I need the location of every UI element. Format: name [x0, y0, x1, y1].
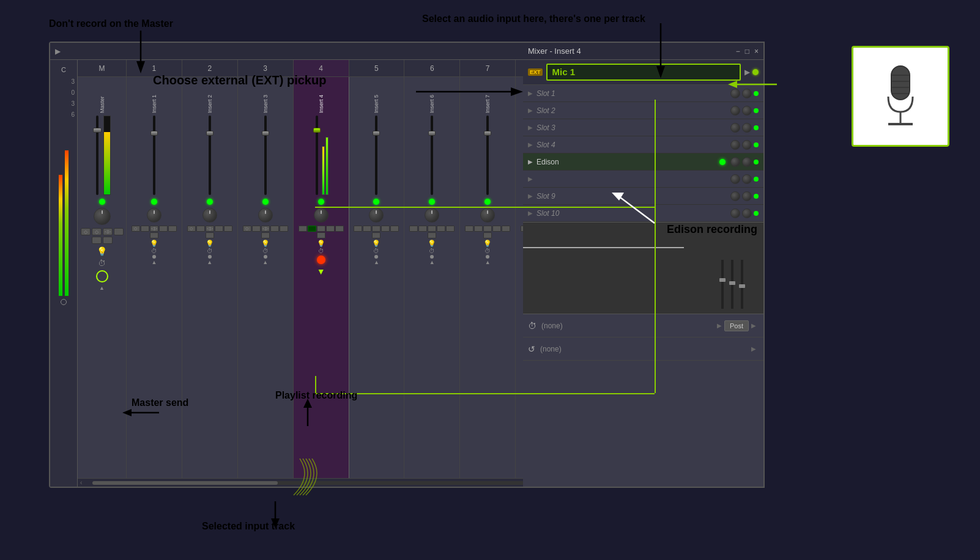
- insert3-btn4[interactable]: [270, 226, 279, 232]
- insert7-btn5[interactable]: [502, 226, 510, 232]
- insert4-btn5[interactable]: [335, 226, 344, 232]
- insert-panel-min[interactable]: −: [736, 47, 740, 56]
- insert7-clock[interactable]: ⏱: [484, 248, 491, 254]
- insert6-btn4[interactable]: [437, 226, 445, 232]
- insert6-btn6[interactable]: [428, 232, 436, 238]
- insert7-knob[interactable]: [480, 208, 495, 223]
- slot2-knob2[interactable]: [742, 106, 752, 116]
- insert5-btn2[interactable]: [363, 226, 371, 232]
- slot9-knob[interactable]: [730, 191, 740, 201]
- insert3-btn5[interactable]: [280, 226, 288, 232]
- slot9-knob2[interactable]: [742, 191, 752, 201]
- insert1-btn5[interactable]: [168, 226, 177, 232]
- insert6-arrow[interactable]: ▲: [429, 259, 435, 265]
- send1-arrow[interactable]: ▶: [717, 322, 722, 329]
- insert1-clock[interactable]: ⏱: [151, 248, 157, 254]
- insert4-fader[interactable]: [313, 128, 321, 133]
- slot-row-2[interactable]: ▶ Slot 2: [523, 102, 763, 119]
- insert6-btn1[interactable]: [409, 226, 418, 232]
- insert3-btn3[interactable]: ◁▷: [261, 226, 270, 232]
- input-arrow-right[interactable]: ▶: [744, 68, 750, 76]
- insert5-btn6[interactable]: [372, 232, 380, 238]
- insert1-btn3[interactable]: ◁▷: [150, 226, 158, 232]
- slot10-knob2[interactable]: [742, 208, 752, 218]
- insert2-btn5[interactable]: [224, 226, 232, 232]
- insert7-btn6[interactable]: [483, 232, 492, 238]
- insert5-btn3[interactable]: [372, 226, 380, 232]
- insert2-arrow[interactable]: ▲: [207, 259, 212, 265]
- input-dropdown[interactable]: Mic 1: [546, 64, 741, 81]
- insert4-bulb[interactable]: 💡: [317, 240, 325, 248]
- insert2-fader[interactable]: [206, 131, 213, 136]
- insert7-bulb[interactable]: 💡: [483, 240, 492, 248]
- insert3-knob[interactable]: [258, 208, 273, 223]
- insert2-btn3[interactable]: ◁▷: [206, 226, 214, 232]
- insert1-fader[interactable]: [150, 131, 158, 136]
- edison-knob2[interactable]: [742, 157, 752, 167]
- insert7-fader[interactable]: [484, 131, 491, 136]
- slot-row-empty[interactable]: ▶: [523, 171, 763, 188]
- insert1-knob[interactable]: [147, 208, 161, 223]
- insert7-btn3[interactable]: [483, 226, 492, 232]
- insert4-btn2-green[interactable]: [308, 226, 316, 232]
- mini-fader-3[interactable]: [739, 284, 745, 288]
- master-clock[interactable]: ⏱: [98, 259, 106, 268]
- insert3-btn2[interactable]: [252, 226, 261, 232]
- master-fader[interactable]: [93, 128, 102, 133]
- insert6-clock[interactable]: ⏱: [429, 248, 435, 254]
- edison-knob[interactable]: [730, 157, 740, 167]
- insert4-green-dot[interactable]: [318, 199, 324, 205]
- master-btn-6[interactable]: [103, 237, 113, 244]
- insert1-bulb[interactable]: 💡: [150, 240, 158, 248]
- insert5-bulb[interactable]: 💡: [372, 240, 380, 248]
- play-icon[interactable]: ▶: [55, 47, 61, 56]
- insert4-clock[interactable]: ⏱: [318, 248, 324, 254]
- master-btn-5[interactable]: [92, 237, 102, 244]
- insert6-fader[interactable]: [428, 131, 436, 136]
- insert2-knob[interactable]: [202, 208, 217, 223]
- master-btn-2[interactable]: ◇: [92, 228, 102, 235]
- empty-knob[interactable]: [730, 174, 740, 184]
- master-btn-3[interactable]: ◁▷: [103, 228, 113, 235]
- insert4-record-dot[interactable]: [317, 256, 325, 264]
- insert5-fader[interactable]: [373, 131, 380, 136]
- insert2-btn6[interactable]: [206, 232, 214, 238]
- insert4-btn4[interactable]: [326, 226, 335, 232]
- master-btn-1[interactable]: ◇: [81, 228, 91, 235]
- master-btn-4[interactable]: [114, 228, 124, 235]
- scroll-thumb[interactable]: [92, 481, 278, 485]
- insert7-btn4[interactable]: [492, 226, 501, 232]
- insert4-knob[interactable]: [314, 208, 329, 223]
- insert2-btn1[interactable]: ◇: [187, 226, 196, 232]
- mini-fader-1[interactable]: [719, 278, 726, 282]
- slot-row-4[interactable]: ▶ Slot 4: [523, 136, 763, 153]
- insert5-clock[interactable]: ⏱: [373, 248, 379, 254]
- insert6-btn2[interactable]: [418, 226, 427, 232]
- insert-panel-close[interactable]: ×: [754, 47, 759, 56]
- master-send-arrow[interactable]: ▲: [99, 285, 105, 291]
- insert7-arrow[interactable]: ▲: [485, 259, 491, 265]
- slot4-knob2[interactable]: [742, 140, 752, 150]
- insert5-btn1[interactable]: [354, 226, 362, 232]
- insert4-btn1[interactable]: [299, 226, 307, 232]
- insert2-bulb[interactable]: 💡: [206, 240, 214, 248]
- master-send-circle[interactable]: [96, 270, 108, 282]
- insert6-bulb[interactable]: 💡: [428, 240, 436, 248]
- insert4-send-down[interactable]: ▼: [317, 267, 325, 276]
- insert-panel-max[interactable]: □: [745, 47, 749, 56]
- insert2-btn4[interactable]: [215, 226, 223, 232]
- insert3-bulb[interactable]: 💡: [261, 240, 270, 248]
- insert7-green-dot[interactable]: [484, 199, 491, 205]
- slot3-knob[interactable]: [730, 123, 740, 133]
- insert1-btn1[interactable]: ◇: [132, 226, 140, 232]
- slot3-knob2[interactable]: [742, 123, 752, 133]
- slot-row-edison[interactable]: ▶ Edison: [523, 153, 763, 171]
- insert2-btn2[interactable]: [196, 226, 205, 232]
- insert3-btn6[interactable]: [261, 232, 270, 238]
- master-bulb[interactable]: 💡: [97, 246, 107, 256]
- send2-arrow[interactable]: ▶: [751, 345, 756, 352]
- insert6-knob[interactable]: [425, 208, 439, 223]
- slot10-knob[interactable]: [730, 208, 740, 218]
- insert1-green-dot[interactable]: [151, 199, 157, 205]
- insert3-btn1[interactable]: ◇: [243, 226, 251, 232]
